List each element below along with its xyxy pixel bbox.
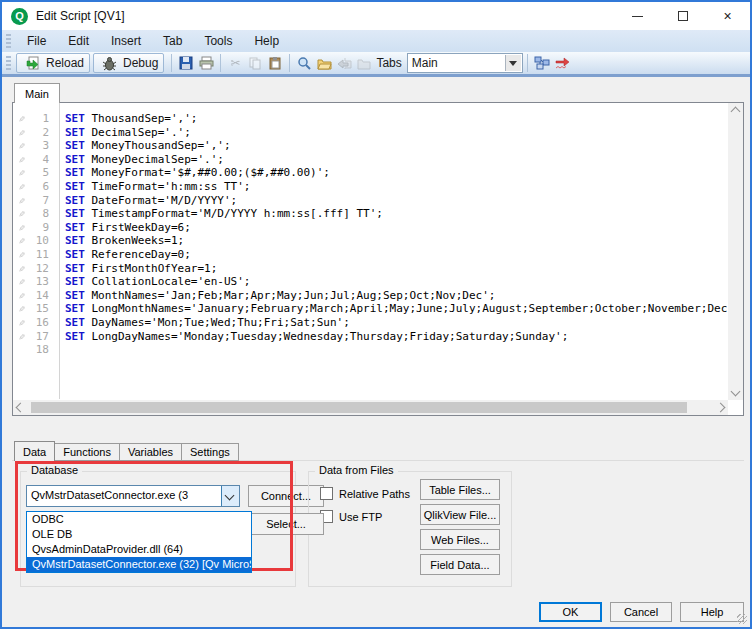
- resize-grip[interactable]: [737, 614, 747, 624]
- maximize-button[interactable]: [660, 2, 705, 30]
- script-line[interactable]: ✎2SET DecimalSep='.';: [13, 126, 727, 140]
- script-line[interactable]: 18: [13, 343, 727, 357]
- script-line[interactable]: ✎7SET DateFormat='M/D/YYYY';: [13, 194, 727, 208]
- close-button[interactable]: ×: [705, 2, 750, 30]
- menu-item-tab[interactable]: Tab: [152, 32, 193, 50]
- script-line[interactable]: ✎12SET FirstMonthOfYear=1;: [13, 262, 727, 276]
- script-line[interactable]: ✎8SET TimestampFormat='M/D/YYYY h:mm:ss[…: [13, 207, 727, 221]
- line-number: 6: [31, 180, 53, 194]
- scroll-right-icon[interactable]: [716, 403, 726, 413]
- table-files-button[interactable]: Table Files...: [420, 479, 500, 500]
- script-line[interactable]: ✎10SET BrokenWeeks=1;: [13, 234, 727, 248]
- line-code: SET CollationLocale='en-US';: [53, 275, 250, 289]
- script-line[interactable]: ✎1SET ThousandSep=',';: [13, 112, 727, 126]
- table-viewer-icon[interactable]: [533, 54, 551, 72]
- cancel-button[interactable]: Cancel: [610, 602, 672, 622]
- database-combobox[interactable]: QvMstrDatasetConnector.exe (3: [26, 485, 240, 507]
- open-folder-icon[interactable]: [315, 54, 333, 72]
- menu-item-tools[interactable]: Tools: [193, 32, 243, 50]
- script-line[interactable]: ✎3SET MoneyThousandSep=',';: [13, 139, 727, 153]
- dropdown-option-odbc[interactable]: ODBC: [27, 512, 251, 527]
- scroll-left-icon[interactable]: [16, 403, 26, 413]
- line-number: 4: [31, 153, 53, 167]
- web-files-button[interactable]: Web Files...: [420, 529, 500, 550]
- reload-button[interactable]: Reload: [16, 53, 90, 73]
- menu-item-file[interactable]: File: [16, 32, 57, 50]
- horizontal-scrollbar[interactable]: [13, 400, 728, 415]
- script-tab-main[interactable]: Main: [14, 83, 60, 103]
- panel-tab-functions[interactable]: Functions: [55, 443, 120, 461]
- line-marker-icon: ✎: [13, 126, 31, 140]
- minimize-button[interactable]: [615, 2, 660, 30]
- panel-tab-settings[interactable]: Settings: [182, 443, 239, 461]
- tab-selector-combobox[interactable]: Main: [407, 53, 523, 73]
- keyword: SET: [65, 302, 92, 315]
- keyword: SET: [65, 112, 92, 125]
- script-line[interactable]: ✎11SET ReferenceDay=0;: [13, 248, 727, 262]
- field-data-button[interactable]: Field Data...: [420, 554, 500, 575]
- keyword: SET: [65, 166, 92, 179]
- demote-tab-icon: [355, 54, 373, 72]
- line-code: SET LongDayNames='Monday;Tuesday;Wednesd…: [53, 330, 568, 344]
- qlikview-file-button[interactable]: QlikView File...: [420, 504, 500, 525]
- checkbox-row-relative-paths[interactable]: Relative Paths: [320, 487, 410, 500]
- script-line[interactable]: ✎13SET CollationLocale='en-US';: [13, 275, 727, 289]
- script-line[interactable]: ✎14SET MonthNames='Jan;Feb;Mar;Apr;May;J…: [13, 289, 727, 303]
- paste-icon[interactable]: [266, 54, 284, 72]
- script-lines: ✎1SET ThousandSep=',';✎2SET DecimalSep='…: [13, 112, 727, 357]
- chevron-down-icon[interactable]: [221, 486, 239, 506]
- toolbar-grip: [6, 56, 11, 70]
- scroll-down-icon[interactable]: [731, 387, 741, 397]
- toolbar-separator: [220, 54, 221, 72]
- find-icon[interactable]: [295, 54, 313, 72]
- print-icon[interactable]: [197, 54, 215, 72]
- help-button[interactable]: Help: [680, 602, 744, 622]
- debug-button[interactable]: Debug: [93, 53, 164, 73]
- select-button[interactable]: Select...: [248, 513, 324, 535]
- script-line[interactable]: ✎16SET DayNames='Mon;Tue;Wed;Thu;Fri;Sat…: [13, 316, 727, 330]
- checkbox-relative-paths[interactable]: [320, 487, 333, 500]
- debug-icon: [100, 54, 118, 72]
- line-number: 8: [31, 207, 53, 221]
- script-line[interactable]: ✎15SET LongMonthNames='January;February;…: [13, 302, 727, 316]
- keyword: SET: [65, 316, 92, 329]
- line-marker-icon: ✎: [13, 194, 31, 208]
- keyword: SET: [65, 194, 92, 207]
- panel-tab-data[interactable]: Data: [14, 441, 55, 461]
- menu-item-insert[interactable]: Insert: [100, 32, 152, 50]
- line-number: 1: [31, 112, 53, 126]
- reload-icon: [23, 54, 41, 72]
- dropdown-option-ole-db[interactable]: OLE DB: [27, 527, 251, 542]
- menu-item-edit[interactable]: Edit: [57, 32, 100, 50]
- line-number: 5: [31, 166, 53, 180]
- checkbox-row-use-ftp[interactable]: Use FTP: [320, 510, 382, 523]
- line-marker-icon: ✎: [13, 112, 31, 126]
- dropdown-option-qvmstrdatase[interactable]: QvMstrDatasetConnector.exe (32) [Qv Micr…: [27, 557, 251, 572]
- ok-button[interactable]: OK: [539, 602, 602, 622]
- script-line[interactable]: ✎6SET TimeFormat='h:mm:ss TT';: [13, 180, 727, 194]
- keyword: SET: [65, 153, 92, 166]
- maximize-icon: [678, 11, 688, 21]
- edit-script-window: Q Edit Script [QV1] × FileEditInsertTabT…: [0, 0, 752, 629]
- line-code: SET ReferenceDay=0;: [53, 248, 191, 262]
- panel-tab-variables[interactable]: Variables: [120, 443, 182, 461]
- scrollbar-thumb[interactable]: [31, 402, 687, 413]
- vertical-scrollbar[interactable]: [728, 103, 743, 400]
- scroll-up-icon[interactable]: [731, 107, 741, 117]
- line-code: SET TimeFormat='h:mm:ss TT';: [53, 180, 250, 194]
- goto-icon[interactable]: [553, 54, 571, 72]
- keyword: SET: [65, 330, 92, 343]
- menu-item-help[interactable]: Help: [243, 32, 290, 50]
- line-marker-icon: ✎: [13, 262, 31, 276]
- line-marker-icon: ✎: [13, 180, 31, 194]
- chevron-down-icon[interactable]: [505, 55, 521, 71]
- title-bar: Q Edit Script [QV1] ×: [2, 2, 750, 30]
- script-editor[interactable]: ✎1SET ThousandSep=',';✎2SET DecimalSep='…: [12, 102, 744, 416]
- script-line[interactable]: ✎5SET MoneyFormat='$#,##0.00;($#,##0.00)…: [13, 166, 727, 180]
- script-line[interactable]: ✎9SET FirstWeekDay=6;: [13, 221, 727, 235]
- script-line[interactable]: ✎17SET LongDayNames='Monday;Tuesday;Wedn…: [13, 330, 727, 344]
- dropdown-option-qvsadmindata[interactable]: QvsAdminDataProvider.dll (64): [27, 542, 251, 557]
- save-icon[interactable]: [177, 54, 195, 72]
- script-tab-label: Main: [25, 88, 49, 100]
- script-line[interactable]: ✎4SET MoneyDecimalSep='.';: [13, 153, 727, 167]
